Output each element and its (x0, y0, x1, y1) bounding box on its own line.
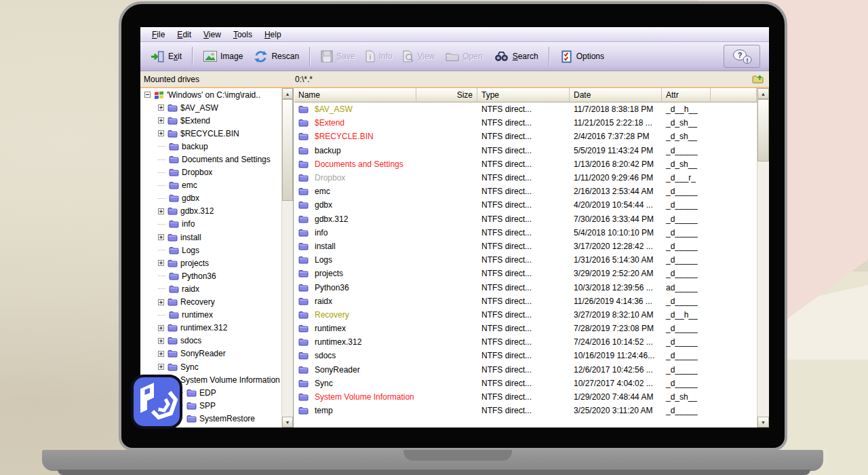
options-button[interactable]: Options (555, 47, 610, 66)
table-row[interactable]: sdocsNTFS direct...10/16/2019 11:24:46..… (294, 349, 757, 362)
table-row[interactable]: $AV_ASWNTFS direct...11/7/2018 8:38:18 P… (294, 102, 757, 116)
tree-item[interactable]: info (140, 218, 281, 231)
exit-button[interactable]: Exit (145, 47, 187, 66)
tree-item[interactable]: Dropbox (140, 166, 281, 179)
tree-expander-minus[interactable] (144, 92, 151, 98)
exit-door-icon (151, 50, 165, 63)
tree-expander-plus[interactable] (158, 351, 164, 357)
table-row[interactable]: runtimexNTFS direct...7/28/2019 7:23:08 … (294, 322, 757, 335)
tree-expander-plus[interactable] (158, 117, 164, 124)
tree-item[interactable]: gdbx (140, 192, 281, 205)
tree-root[interactable]: 'Windows' on C:\img\raid.. (140, 88, 281, 101)
tree-scroll-thumb[interactable] (282, 99, 293, 201)
list-scroll-up-button[interactable]: ▲ (757, 88, 769, 99)
tree-item[interactable]: sdocs (140, 335, 281, 347)
tree-expander-plus[interactable] (158, 130, 164, 136)
tree-item[interactable]: backup (140, 140, 281, 153)
table-row[interactable]: raidxNTFS direct...11/26/2019 4:14:36 ..… (294, 294, 757, 308)
table-row[interactable]: projectsNTFS direct...3/29/2019 2:52:20 … (294, 267, 757, 280)
table-row[interactable]: installNTFS direct...3/17/2020 12:28:42 … (294, 240, 757, 253)
table-row[interactable]: backupNTFS direct...5/5/2019 11:43:24 PM… (294, 144, 757, 157)
tree-item[interactable]: Documents and Settings (140, 153, 281, 166)
tree-item[interactable]: emc (140, 179, 281, 192)
tree-scroll-up-button[interactable]: ▲ (282, 88, 293, 99)
tree-item[interactable]: $AV_ASW (140, 101, 281, 114)
table-row[interactable]: LogsNTFS direct...1/31/2016 5:14:30 AM_d… (294, 253, 757, 267)
tree-item[interactable]: runtimex (140, 309, 281, 322)
tree-item[interactable]: gdbx.312 (140, 205, 281, 218)
table-row[interactable]: System Volume InformationNTFS direct...1… (294, 390, 757, 404)
tree-expander-plus[interactable] (158, 208, 164, 214)
folder-icon (169, 168, 179, 176)
help-button[interactable]: ?! (724, 45, 760, 68)
tree-expander-plus[interactable] (158, 325, 164, 331)
column-header-type[interactable]: Type (477, 88, 570, 102)
file-name: backup (315, 146, 341, 155)
tree-item[interactable]: $Extend (140, 114, 281, 127)
list-scroll-down-button[interactable]: ▼ (757, 417, 769, 428)
tree-connector (158, 159, 165, 160)
table-row[interactable]: SonyReaderNTFS direct...12/6/2017 10:42:… (294, 363, 757, 377)
list-scrollbar[interactable]: ▲ ▼ (757, 88, 769, 428)
tree-scrollbar[interactable]: ▲ ▼ (281, 88, 293, 428)
tree-item[interactable]: Python36 (140, 269, 281, 282)
list-scroll-thumb[interactable] (757, 99, 769, 162)
tree-expander-plus[interactable] (158, 234, 164, 240)
folder-icon (298, 352, 309, 360)
table-row[interactable]: gdbxNTFS direct...4/20/2019 10:54:44 ...… (294, 198, 757, 212)
column-header-size[interactable]: Size (416, 88, 477, 102)
file-type-cell: NTFS direct... (477, 255, 570, 265)
menu-help[interactable]: Help (258, 28, 288, 41)
menu-view[interactable]: View (197, 28, 227, 41)
column-header-name[interactable]: Name (294, 88, 416, 102)
tree-item[interactable]: raidx (140, 282, 281, 295)
table-row[interactable]: RecoveryNTFS direct...3/27/2019 8:32:10 … (294, 308, 757, 322)
menu-edit[interactable]: Edit (171, 28, 197, 41)
tree-item-label: System Volume Information (180, 375, 280, 385)
table-row[interactable]: $RECYCLE.BINNTFS direct...2/4/2016 7:37:… (294, 130, 757, 143)
tree-item[interactable]: install (140, 231, 281, 244)
folder-icon (298, 406, 309, 415)
table-row[interactable]: $ExtendNTFS direct...11/21/2015 2:22:18 … (294, 116, 757, 130)
tree-item[interactable]: projects (140, 256, 281, 269)
file-type-cell: NTFS direct... (477, 214, 570, 224)
column-header-date[interactable]: Date (570, 88, 662, 102)
folder-icon (169, 272, 179, 280)
tree-item-label: Dropbox (182, 168, 212, 177)
tree-expander-plus[interactable] (158, 260, 164, 266)
tree-scroll-down-button[interactable]: ▼ (282, 417, 293, 428)
table-row[interactable]: DropboxNTFS direct...1/11/2020 9:29:46 P… (294, 171, 757, 185)
table-row[interactable]: Documents and SettingsNTFS direct...1/13… (294, 157, 757, 171)
tree-item[interactable]: Logs (140, 244, 281, 256)
search-button[interactable]: Search (488, 48, 544, 65)
tree-item[interactable]: runtimex.312 (140, 322, 281, 335)
table-row[interactable]: infoNTFS direct...5/4/2018 10:10:10 PM_d… (294, 226, 757, 240)
folder-icon (298, 366, 309, 374)
table-row[interactable]: tempNTFS direct...3/25/2020 3:11:20 AM_d… (294, 404, 757, 417)
file-date-cell: 11/7/2018 8:38:18 PM (570, 104, 662, 114)
tree-expander-plus[interactable] (158, 104, 164, 111)
open-folder-icon (446, 51, 459, 62)
file-name: info (315, 228, 328, 238)
tree-expander-plus[interactable] (158, 364, 164, 370)
menu-tools[interactable]: Tools (227, 28, 258, 41)
search-binoculars-icon (494, 51, 509, 62)
tree-expander-plus[interactable] (158, 338, 164, 344)
rescan-button[interactable]: Rescan (248, 47, 304, 66)
table-row[interactable]: gdbx.312NTFS direct...7/30/2016 3:33:44 … (294, 212, 757, 226)
image-button[interactable]: Image (198, 48, 248, 65)
folder-up-icon[interactable] (752, 74, 765, 86)
tree-item[interactable]: Recovery (140, 296, 281, 309)
table-row[interactable]: SyncNTFS direct...10/27/2017 4:04:02 ...… (294, 377, 757, 390)
column-header-attr[interactable]: Attr (662, 88, 711, 102)
toolbar: ExitImageRescanSaveiInfoViewOpenSearchOp… (140, 42, 769, 71)
menu-file[interactable]: File (146, 28, 171, 41)
table-row[interactable]: runtimex.312NTFS direct...7/24/2016 10:1… (294, 335, 757, 349)
tree-item[interactable]: $RECYCLE.BIN (140, 127, 281, 140)
table-row[interactable]: emcNTFS direct...2/16/2013 2:53:44 AM_d_… (294, 185, 757, 198)
tree-expander-plus[interactable] (158, 299, 164, 305)
file-type-cell: NTFS direct... (477, 200, 570, 210)
tree-item[interactable]: SonyReader (140, 347, 281, 360)
tree-item[interactable]: Sync (140, 360, 281, 373)
table-row[interactable]: Python36NTFS direct...10/3/2018 12:39:56… (294, 280, 757, 294)
